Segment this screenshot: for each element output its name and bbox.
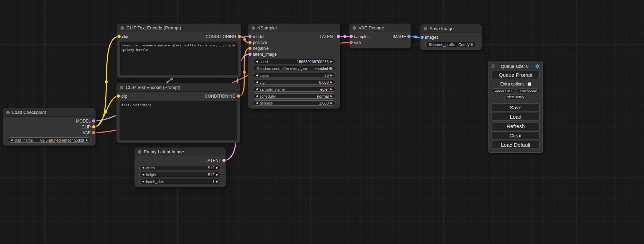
- increment-arrow-icon[interactable]: ▶: [330, 60, 333, 63]
- widget-height[interactable]: ◀ height 512 ▶: [139, 172, 221, 177]
- output-label: CONDITIONING: [205, 94, 236, 99]
- input-port-positive[interactable]: [248, 41, 252, 44]
- node-title-bar[interactable]: Save Image: [421, 25, 482, 33]
- input-port-samples[interactable]: [350, 35, 353, 38]
- increment-arrow-icon[interactable]: ▶: [330, 102, 333, 105]
- widget-steps[interactable]: ◀ steps 20 ▶: [253, 73, 335, 78]
- node-vae-decode[interactable]: VAE Decode samples IMAGE vae: [349, 24, 411, 48]
- widget-random-seed-toggle[interactable]: Random seed after every gen enabled: [253, 66, 335, 71]
- collapse-toggle-icon[interactable]: [353, 26, 356, 30]
- load-button[interactable]: Load: [492, 113, 540, 121]
- slot-row: model LATENT: [248, 34, 340, 39]
- increment-arrow-icon[interactable]: ▶: [330, 88, 333, 91]
- slot-row: latent_image: [248, 51, 340, 57]
- node-title-bar[interactable]: CLIP Text Encode (Prompt): [117, 83, 240, 92]
- input-label: images: [425, 35, 439, 40]
- widget-scheduler[interactable]: ◀ scheduler normal ▶: [253, 93, 335, 99]
- collapse-toggle-icon[interactable]: [121, 26, 124, 30]
- decrement-arrow-icon[interactable]: ◀: [256, 102, 258, 105]
- menu-header: Queue size: 0: [489, 63, 542, 70]
- node-title: VAE Decode: [359, 25, 384, 30]
- decrement-arrow-icon[interactable]: ◀: [256, 60, 258, 63]
- node-load-checkpoint[interactable]: Load Checkpoint MODEL CLIP VAE ◀ ckpt_na…: [3, 108, 96, 146]
- collapse-toggle-icon[interactable]: [6, 111, 10, 114]
- load-default-button[interactable]: Load Default: [492, 141, 540, 149]
- increment-arrow-icon[interactable]: ▶: [216, 166, 218, 169]
- decrement-arrow-icon[interactable]: ◀: [10, 139, 12, 142]
- input-port-latent-image[interactable]: [248, 53, 252, 56]
- prompt-textarea[interactable]: text, watermark: [120, 101, 237, 140]
- view-history-button[interactable]: View History: [504, 94, 527, 99]
- node-clip-text-encode-negative[interactable]: CLIP Text Encode (Prompt) clip CONDITION…: [116, 83, 240, 143]
- increment-arrow-icon[interactable]: ▶: [216, 180, 218, 183]
- input-port-vae[interactable]: [350, 41, 353, 44]
- collapse-toggle-icon[interactable]: [424, 27, 427, 30]
- node-save-image[interactable]: Save Image images filename_prefix ComfyU…: [420, 24, 482, 50]
- collapse-toggle-icon[interactable]: [252, 26, 255, 30]
- drag-handle-icon[interactable]: [491, 64, 494, 69]
- view-queue-button[interactable]: View Queue: [517, 88, 539, 93]
- widget-denoise[interactable]: ◀ denoise 1.000 ▶: [253, 100, 335, 106]
- widget-ckpt-name[interactable]: ◀ ckpt_name v1-5-pruned-emaonly.ckpt ▶: [8, 137, 91, 143]
- output-label: LATENT: [205, 158, 221, 163]
- node-title: Save Image: [430, 26, 453, 31]
- toggle-indicator-icon[interactable]: [329, 67, 333, 70]
- decrement-arrow-icon[interactable]: ◀: [256, 88, 258, 91]
- increment-arrow-icon[interactable]: ▶: [216, 173, 218, 176]
- node-title-bar[interactable]: Load Checkpoint: [3, 108, 95, 117]
- extra-options-checkbox[interactable]: [528, 82, 531, 86]
- node-title-bar[interactable]: CLIP Text Encode (Prompt): [117, 24, 241, 32]
- decrement-arrow-icon[interactable]: ◀: [142, 180, 144, 183]
- output-port-latent[interactable]: [222, 159, 226, 162]
- increment-arrow-icon[interactable]: ▶: [86, 139, 88, 142]
- input-port-negative[interactable]: [248, 47, 252, 50]
- node-ksampler[interactable]: KSampler model LATENT positive negative …: [248, 24, 340, 109]
- refresh-button[interactable]: Refresh: [492, 122, 540, 130]
- save-button[interactable]: Save: [492, 103, 540, 111]
- prompt-textarea[interactable]: beautiful scenery nature glass bottle la…: [120, 42, 238, 75]
- collapse-toggle-icon[interactable]: [120, 86, 123, 89]
- collapse-toggle-icon[interactable]: [138, 150, 141, 154]
- node-title-bar[interactable]: Empty Latent Image: [135, 148, 226, 156]
- increment-arrow-icon[interactable]: ▶: [330, 81, 333, 84]
- input-port-images[interactable]: [421, 36, 424, 39]
- widget-sampler-name[interactable]: ◀ sampler_name euler ▶: [253, 87, 335, 92]
- increment-arrow-icon[interactable]: ▶: [330, 95, 333, 98]
- slot-row: images: [421, 34, 482, 40]
- widget-label: ckpt_name: [14, 138, 33, 142]
- output-port-image[interactable]: [407, 35, 411, 38]
- decrement-arrow-icon[interactable]: ◀: [142, 173, 144, 176]
- input-port-clip[interactable]: [117, 35, 121, 38]
- node-clip-text-encode-positive[interactable]: CLIP Text Encode (Prompt) clip CONDITION…: [117, 24, 241, 78]
- queue-prompt-button[interactable]: Queue Prompt: [492, 71, 540, 79]
- clear-button[interactable]: Clear: [492, 132, 540, 139]
- queue-front-button[interactable]: Queue Front: [492, 88, 515, 93]
- widget-width[interactable]: ◀ width 512 ▶: [139, 165, 221, 170]
- widget-batch-size[interactable]: ◀ batch_size 1 ▶: [139, 179, 221, 184]
- input-port-model[interactable]: [248, 35, 252, 38]
- output-port-conditioning[interactable]: [238, 35, 241, 38]
- output-port-conditioning[interactable]: [237, 94, 240, 98]
- widget-filename-prefix[interactable]: filename_prefix ComfyUI: [425, 42, 477, 47]
- widget-label: height: [146, 173, 156, 177]
- settings-gear-icon[interactable]: [535, 64, 540, 69]
- output-port-clip[interactable]: [92, 125, 95, 128]
- output-port-latent[interactable]: [337, 35, 340, 38]
- node-title-bar[interactable]: VAE Decode: [350, 24, 411, 32]
- node-title-bar[interactable]: KSampler: [248, 24, 340, 32]
- decrement-arrow-icon[interactable]: ◀: [256, 95, 258, 98]
- output-port-vae[interactable]: [92, 131, 95, 134]
- output-port-model[interactable]: [92, 119, 95, 123]
- decrement-arrow-icon[interactable]: ◀: [256, 81, 258, 84]
- input-port-clip[interactable]: [117, 94, 120, 98]
- widget-seed[interactable]: ◀ seed 156680208700286 ▶: [253, 59, 335, 64]
- node-empty-latent-image[interactable]: Empty Latent Image LATENT ◀ width 512 ▶ …: [134, 147, 226, 187]
- widget-label: cfg: [259, 80, 265, 84]
- increment-arrow-icon[interactable]: ▶: [330, 74, 333, 77]
- queue-size-label: Queue size: 0: [494, 64, 535, 69]
- decrement-arrow-icon[interactable]: ◀: [256, 74, 258, 77]
- widget-label: scheduler: [259, 94, 276, 98]
- decrement-arrow-icon[interactable]: ◀: [142, 166, 144, 169]
- widget-cfg[interactable]: ◀ cfg 8.000 ▶: [253, 80, 335, 85]
- input-label: latent_image: [253, 52, 277, 57]
